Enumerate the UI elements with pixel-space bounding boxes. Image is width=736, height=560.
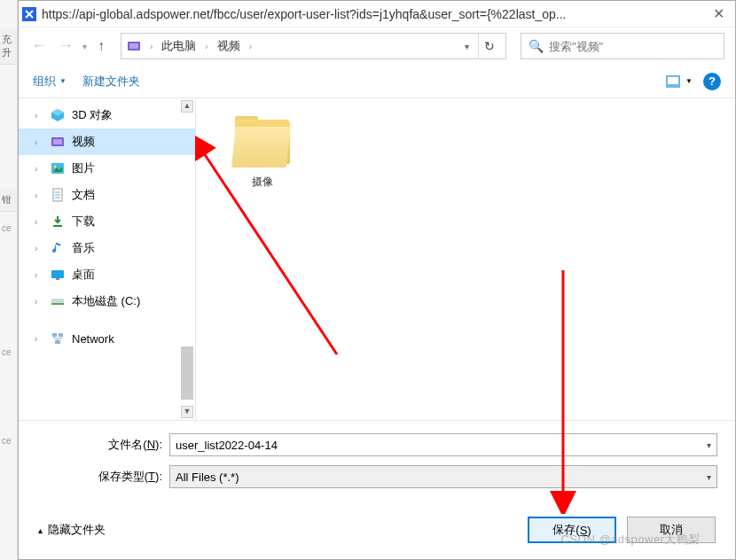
sidebar-item-pictures[interactable]: › 图片 bbox=[19, 155, 195, 182]
chevron-right-icon[interactable]: › bbox=[201, 42, 211, 51]
sidebar-item-label: 文档 bbox=[72, 187, 95, 203]
scroll-up-button[interactable]: ▲ bbox=[181, 100, 193, 113]
filename-label: 文件名(N): bbox=[36, 437, 169, 453]
disk-icon bbox=[51, 294, 65, 308]
chevron-down-icon[interactable]: ▾ bbox=[701, 472, 711, 482]
sidebar-item-network[interactable]: › Network bbox=[19, 325, 195, 352]
navigation-pane: ▲ › 3D 对象 › 视频 › 图片 › bbox=[19, 98, 196, 420]
nav-back-button[interactable]: ← bbox=[29, 36, 49, 56]
background-left-strip: 充升 钳 ce ce ce bbox=[0, 0, 18, 560]
sidebar-item-localdisk[interactable]: › 本地磁盘 (C:) bbox=[19, 288, 195, 315]
scrollbar-thumb[interactable] bbox=[181, 346, 193, 400]
dialog-footer: ▴ 隐藏文件夹 保存(S) 取消 bbox=[19, 504, 735, 559]
sidebar-item-videos[interactable]: › 视频 bbox=[19, 128, 195, 155]
refresh-button[interactable]: ↻ bbox=[478, 34, 500, 58]
desktop-icon bbox=[51, 268, 65, 282]
sidebar-item-label: 桌面 bbox=[72, 267, 95, 283]
document-icon bbox=[51, 188, 65, 202]
save-button[interactable]: 保存(S) bbox=[528, 517, 616, 543]
expand-icon[interactable]: › bbox=[35, 270, 43, 280]
expand-icon[interactable]: › bbox=[35, 137, 43, 147]
picture-icon bbox=[51, 161, 65, 175]
savetype-field[interactable]: All Files (*.*) ▾ bbox=[169, 465, 717, 488]
video-icon bbox=[51, 135, 65, 149]
svg-rect-21 bbox=[52, 333, 57, 337]
folder-label: 摄像 bbox=[223, 175, 302, 190]
location-icon bbox=[127, 39, 141, 53]
filename-field[interactable]: ▾ bbox=[169, 433, 717, 456]
folder-item[interactable]: 摄像 bbox=[223, 116, 302, 190]
close-button[interactable]: ✕ bbox=[705, 5, 732, 22]
svg-rect-22 bbox=[59, 333, 63, 337]
sidebar-item-label: Network bbox=[72, 332, 114, 346]
sidebar-item-label: 本地磁盘 (C:) bbox=[72, 293, 140, 309]
expand-icon[interactable]: › bbox=[35, 217, 43, 227]
sidebar-item-3d[interactable]: › 3D 对象 bbox=[19, 102, 195, 128]
cancel-button[interactable]: 取消 bbox=[627, 517, 716, 543]
nav-history-dropdown[interactable]: ▾ bbox=[82, 42, 87, 51]
nav-up-button[interactable]: ↑ bbox=[98, 38, 105, 54]
hide-folders-button[interactable]: ▴ 隐藏文件夹 bbox=[38, 522, 106, 538]
savetype-label: 保存类型(T): bbox=[36, 469, 169, 485]
savetype-value: All Files (*.*) bbox=[176, 471, 239, 484]
nav-forward-button[interactable]: → bbox=[56, 36, 75, 56]
sidebar-item-downloads[interactable]: › 下载 bbox=[19, 208, 195, 235]
sidebar-item-label: 图片 bbox=[72, 160, 95, 176]
command-toolbar: 组织 ▼ 新建文件夹 ▼ ? bbox=[19, 65, 735, 98]
scroll-down-button[interactable]: ▼ bbox=[181, 406, 193, 418]
breadcrumb-pc[interactable]: 此电脑 bbox=[158, 36, 200, 56]
expand-icon[interactable]: › bbox=[35, 244, 43, 253]
svg-rect-17 bbox=[51, 270, 64, 278]
3d-icon bbox=[51, 108, 65, 122]
window-title: https://api-global.adspower.net/fbcc/use… bbox=[42, 7, 705, 21]
svg-rect-23 bbox=[55, 340, 60, 344]
svg-rect-2 bbox=[129, 43, 138, 49]
svg-rect-8 bbox=[53, 139, 62, 144]
new-folder-button[interactable]: 新建文件夹 bbox=[82, 74, 140, 89]
expand-icon[interactable]: › bbox=[35, 191, 43, 200]
expand-icon[interactable]: › bbox=[35, 334, 43, 344]
chevron-right-icon[interactable]: › bbox=[146, 42, 156, 51]
filename-input[interactable] bbox=[176, 439, 701, 452]
expand-icon[interactable]: › bbox=[35, 297, 43, 307]
address-dropdown[interactable]: ▾ bbox=[461, 38, 473, 55]
sidebar-item-label: 视频 bbox=[72, 134, 95, 150]
search-icon: 🔍 bbox=[529, 39, 544, 53]
save-dialog: https://api-global.adspower.net/fbcc/use… bbox=[18, 0, 736, 560]
bg-text: 充升 bbox=[0, 28, 17, 65]
sidebar-item-documents[interactable]: › 文档 bbox=[19, 182, 195, 208]
search-box[interactable]: 🔍 bbox=[521, 33, 724, 59]
svg-rect-4 bbox=[668, 77, 678, 84]
chevron-down-icon[interactable]: ▾ bbox=[701, 440, 711, 450]
svg-rect-16 bbox=[53, 225, 62, 227]
filename-panel: 文件名(N): ▾ 保存类型(T): All Files (*.*) ▾ bbox=[19, 420, 735, 504]
caret-down-icon: ▴ bbox=[38, 525, 43, 535]
main-area: ▲ › 3D 对象 › 视频 › 图片 › bbox=[19, 98, 735, 420]
download-icon bbox=[51, 214, 65, 229]
svg-rect-20 bbox=[51, 303, 64, 305]
view-options-button[interactable]: ▼ bbox=[666, 75, 693, 88]
folder-icon bbox=[231, 116, 294, 169]
sidebar-item-label: 下载 bbox=[72, 214, 95, 229]
breadcrumb-videos[interactable]: 视频 bbox=[214, 36, 244, 56]
help-button[interactable]: ? bbox=[703, 73, 721, 90]
bg-text: 钳 bbox=[0, 189, 17, 212]
chevron-down-icon: ▼ bbox=[59, 77, 67, 85]
sidebar-item-label: 音乐 bbox=[72, 240, 95, 256]
chevron-down-icon: ▼ bbox=[685, 77, 693, 85]
search-input[interactable] bbox=[549, 40, 716, 53]
svg-rect-18 bbox=[56, 278, 59, 280]
chevron-right-icon[interactable]: › bbox=[246, 42, 255, 51]
sidebar-item-label: 3D 对象 bbox=[72, 107, 113, 123]
expand-icon[interactable]: › bbox=[35, 164, 43, 174]
address-bar[interactable]: › 此电脑 › 视频 › ▾ ↻ bbox=[121, 33, 506, 59]
nav-toolbar: ← → ▾ ↑ › 此电脑 › 视频 › ▾ ↻ 🔍 bbox=[19, 27, 735, 65]
music-icon bbox=[51, 241, 65, 255]
sidebar-item-desktop[interactable]: › 桌面 bbox=[19, 261, 195, 288]
organize-button[interactable]: 组织 ▼ bbox=[33, 74, 67, 89]
expand-icon[interactable]: › bbox=[35, 111, 43, 121]
network-icon bbox=[51, 331, 65, 346]
svg-point-10 bbox=[54, 166, 57, 168]
sidebar-item-music[interactable]: › 音乐 bbox=[19, 235, 195, 261]
file-view[interactable]: 摄像 bbox=[196, 98, 735, 420]
